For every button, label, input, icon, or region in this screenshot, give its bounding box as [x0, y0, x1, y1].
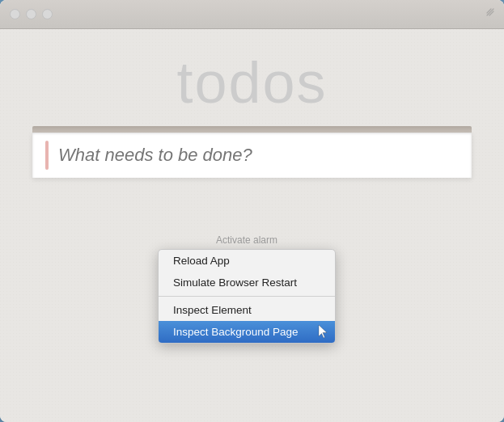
- menu-separator: [159, 296, 335, 297]
- menu-item-inspect-element[interactable]: Inspect Element: [159, 299, 335, 321]
- input-top-bar: [32, 126, 472, 133]
- traffic-lights: [10, 9, 53, 19]
- todo-input[interactable]: [58, 145, 459, 166]
- resize-icon: [485, 6, 496, 18]
- close-button[interactable]: [10, 9, 20, 19]
- maximize-button[interactable]: [42, 9, 53, 19]
- app-window: todos Activate alarm Reload App Simulate…: [0, 0, 504, 422]
- menu-item-inspect-bg[interactable]: Inspect Background Page: [159, 321, 335, 343]
- context-menu: Reload App Simulate Browser Restart Insp…: [158, 249, 336, 344]
- menu-item-reload[interactable]: Reload App: [159, 250, 335, 272]
- menu-item-simulate-restart[interactable]: Simulate Browser Restart: [159, 272, 335, 293]
- cursor-icon: [317, 323, 328, 340]
- input-section: [32, 126, 472, 178]
- input-wrapper: [32, 133, 472, 178]
- app-title: todos: [32, 53, 472, 112]
- content-area: todos: [0, 29, 504, 194]
- titlebar: [0, 0, 504, 29]
- input-accent: [45, 141, 49, 170]
- minimize-button[interactable]: [26, 9, 36, 19]
- context-menu-area: Activate alarm Reload App Simulate Brows…: [158, 234, 336, 344]
- context-menu-trigger-label: Activate alarm: [158, 234, 336, 246]
